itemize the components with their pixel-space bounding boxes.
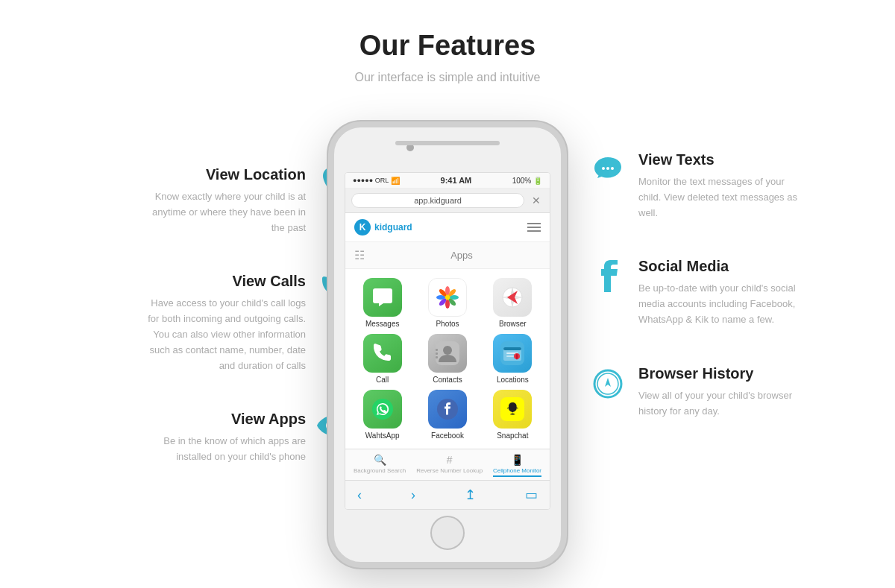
- app-name-snapchat: Snapchat: [497, 431, 528, 440]
- hamburger-line-2: [527, 227, 541, 228]
- page-header: Our Features Our interface is simple and…: [15, 30, 880, 84]
- feature-browser-history: Browser History View all of your your ch…: [589, 365, 798, 420]
- app-name-messages: Messages: [365, 320, 400, 328]
- svg-rect-15: [436, 349, 438, 351]
- feature-social-media: Social Media Be up-to-date with your chi…: [589, 258, 798, 327]
- feature-browser-history-desc: View all of your your child's browser hi…: [638, 388, 798, 420]
- cellphone-monitor-label: Cellphone Monitor: [493, 467, 541, 474]
- status-time: 9:41 AM: [441, 176, 472, 185]
- grid-icon[interactable]: ☷: [345, 242, 374, 268]
- app-icon-call: [363, 334, 402, 373]
- battery-icon: 🔋: [533, 177, 542, 185]
- app-item-snapchat[interactable]: Snapchat: [483, 390, 542, 440]
- svg-rect-22: [506, 355, 514, 357]
- app-name-whatsapp: WahtsApp: [365, 431, 400, 440]
- browser-url: app.kidguard: [351, 193, 524, 208]
- signal-info: ●●●●● ORL 📶: [353, 177, 400, 185]
- bottom-nav-reverse-lookup[interactable]: # Reverse Number Lookup: [416, 454, 483, 477]
- svg-rect-16: [436, 353, 438, 355]
- ios-share-button[interactable]: ↥: [465, 487, 476, 503]
- app-icon-whatsapp: [363, 390, 402, 429]
- feature-view-texts: View Texts Monitor the text messages of …: [589, 151, 798, 221]
- hamburger-line-1: [527, 223, 541, 224]
- feature-view-apps-desc: Be in the know of which apps are install…: [142, 434, 306, 465]
- search-icon: 🔍: [374, 454, 386, 466]
- feature-browser-history-text: Browser History View all of your your ch…: [638, 365, 798, 420]
- app-icon-photos: [428, 278, 467, 317]
- app-name-photos: Photos: [436, 320, 459, 328]
- app-item-messages[interactable]: Messages: [353, 278, 412, 328]
- app-icon-contacts: [428, 334, 467, 373]
- hash-icon: #: [447, 454, 453, 466]
- bottom-nav-cellphone-monitor[interactable]: 📱 Cellphone Monitor: [493, 454, 541, 477]
- feature-social-media-text: Social Media Be up-to-date with your chi…: [638, 258, 798, 327]
- feature-view-texts-text: View Texts Monitor the text messages of …: [638, 151, 798, 221]
- app-item-browser[interactable]: Browser: [483, 278, 542, 328]
- app-tabs: ☷ Apps: [345, 242, 550, 269]
- feature-view-calls: View Calls Have access to your child's c…: [97, 273, 306, 373]
- feature-view-location-title: View Location: [206, 166, 306, 183]
- app-name-browser: Browser: [499, 320, 527, 328]
- svg-rect-20: [503, 347, 521, 350]
- ios-status-bar: ●●●●● ORL 📶 9:41 AM 100% 🔋: [345, 173, 550, 189]
- compass-icon: [589, 365, 626, 402]
- app-logo-text: kidguard: [374, 222, 412, 233]
- svg-point-24: [372, 399, 393, 420]
- feature-browser-history-title: Browser History: [638, 365, 798, 382]
- phone-home-button[interactable]: [430, 516, 465, 550]
- chat-icon: [589, 151, 626, 189]
- phone-container: ●●●●● ORL 📶 9:41 AM 100% 🔋 app.kidguard …: [328, 121, 567, 568]
- app-item-facebook[interactable]: Facebook: [418, 390, 477, 440]
- app-grid: Messages: [345, 269, 550, 449]
- app-icon-facebook: [428, 390, 467, 429]
- left-column: View Location Know exactly where your ch…: [97, 121, 306, 502]
- background-search-label: Background Search: [354, 467, 406, 474]
- reverse-lookup-label: Reverse Number Lookup: [416, 467, 483, 474]
- ios-bookmark-button[interactable]: ▭: [525, 487, 538, 503]
- app-name-locations: Locations: [497, 376, 529, 384]
- app-item-call[interactable]: Call: [353, 334, 412, 384]
- page-title: Our Features: [15, 30, 880, 62]
- browser-close-button[interactable]: ✕: [529, 195, 544, 206]
- app-item-photos[interactable]: Photos: [418, 278, 477, 328]
- bottom-navigation: 🔍 Background Search # Reverse Number Loo…: [345, 449, 550, 480]
- hamburger-line-3: [527, 230, 541, 232]
- content-grid: View Location Know exactly where your ch…: [15, 121, 880, 568]
- phone-mockup: ●●●●● ORL 📶 9:41 AM 100% 🔋 app.kidguard …: [328, 121, 567, 568]
- app-icon-snapchat: [493, 390, 532, 429]
- feature-view-location: View Location Know exactly where your ch…: [97, 166, 306, 235]
- app-item-contacts[interactable]: Contacts: [418, 334, 477, 384]
- wifi-icon: 📶: [391, 177, 400, 185]
- apps-tab-label[interactable]: Apps: [374, 244, 550, 267]
- app-item-locations[interactable]: Locations: [483, 334, 542, 384]
- battery-label: 100%: [512, 177, 532, 185]
- social-media-icon: [589, 258, 626, 295]
- app-name-call: Call: [376, 376, 389, 384]
- app-header: K kidguard: [345, 213, 550, 242]
- phone-screen: ●●●●● ORL 📶 9:41 AM 100% 🔋 app.kidguard …: [345, 172, 550, 510]
- svg-marker-29: [605, 378, 611, 387]
- phone-monitor-icon: 📱: [511, 454, 524, 466]
- page-subtitle: Our interface is simple and intuitive: [15, 71, 880, 84]
- feature-view-apps: View Apps Be in the know of which apps a…: [97, 411, 306, 465]
- feature-social-media-desc: Be up-to-date with your child's social m…: [638, 281, 798, 327]
- hamburger-menu[interactable]: [527, 223, 541, 232]
- svg-rect-17: [436, 356, 438, 358]
- app-name-facebook: Facebook: [431, 431, 464, 440]
- feature-view-calls-desc: Have access to your child's call logs fo…: [142, 296, 306, 373]
- app-logo: K kidguard: [354, 219, 412, 235]
- app-icon-browser: [493, 278, 532, 317]
- right-column: View Texts Monitor the text messages of …: [589, 121, 798, 456]
- feature-view-texts-desc: Monitor the text messages of your child.…: [638, 174, 798, 221]
- network-label: ●●●●● ORL: [353, 177, 389, 184]
- browser-bar: app.kidguard ✕: [345, 189, 550, 213]
- ios-back-button[interactable]: ‹: [357, 487, 362, 503]
- bottom-nav-background-search[interactable]: 🔍 Background Search: [354, 454, 406, 477]
- svg-point-14: [443, 346, 452, 355]
- feature-view-calls-title: View Calls: [232, 273, 306, 290]
- feature-view-texts-title: View Texts: [638, 151, 798, 168]
- feature-view-apps-title: View Apps: [231, 411, 306, 428]
- app-item-whatsapp[interactable]: WahtsApp: [353, 390, 412, 440]
- ios-forward-button[interactable]: ›: [411, 487, 415, 503]
- app-icon-messages: [363, 278, 402, 317]
